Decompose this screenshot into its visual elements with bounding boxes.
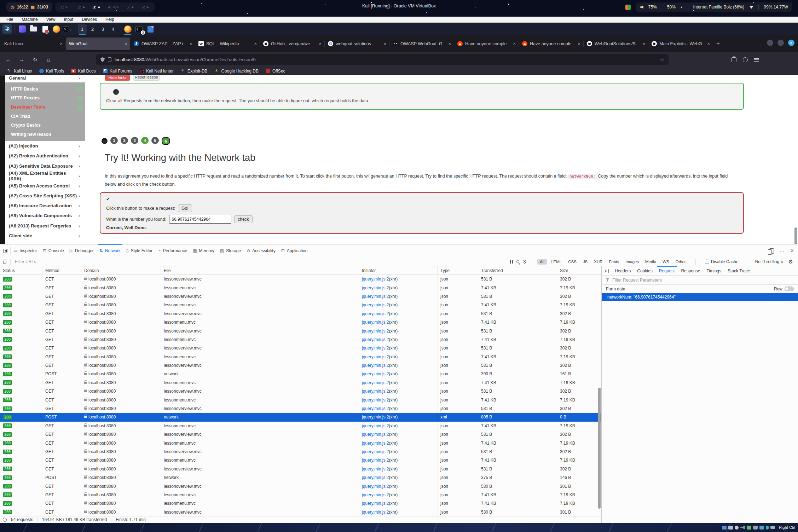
- menubar-item[interactable]: File: [6, 17, 13, 22]
- request-row[interactable]: 200 GET localhost:8080 lessonmenu.mvc jq…: [0, 283, 601, 292]
- column-header[interactable]: Type: [438, 266, 478, 274]
- request-row[interactable]: 200 GET localhost:8080 lessonoverview.mv…: [0, 344, 601, 352]
- bookmark-star-icon[interactable]: ☆: [660, 57, 664, 63]
- harddisk-icon[interactable]: [728, 526, 733, 530]
- request-row[interactable]: 200 GET localhost:8080 lessonoverview.mv…: [0, 275, 601, 283]
- devtools-tab[interactable]: Debugger: [67, 244, 97, 257]
- initiator-link[interactable]: jquery.min.js:2: [362, 277, 389, 282]
- type-filter-pill[interactable]: XHR: [591, 259, 605, 265]
- keyboard-icon[interactable]: [770, 526, 775, 529]
- initiator-link[interactable]: jquery.min.js:2: [362, 441, 389, 446]
- initiator-link[interactable]: jquery.min.js:2: [362, 467, 389, 472]
- browser-tab[interactable]: SQL – Wikipedia: [196, 37, 260, 50]
- sidebar-lesson-item[interactable]: Developer Tools ✓: [5, 103, 85, 112]
- app-launcher-purple[interactable]: [18, 24, 27, 34]
- tab-close-icon[interactable]: [125, 41, 127, 46]
- page-button[interactable]: 1: [110, 137, 118, 144]
- detail-tab[interactable]: Timings: [703, 266, 724, 276]
- menubar-item[interactable]: Help: [105, 17, 114, 22]
- column-header[interactable]: Initiator: [359, 266, 438, 274]
- request-row[interactable]: 200 GET localhost:8080 lessonmenu.mvc jq…: [0, 353, 601, 361]
- initiator-link[interactable]: jquery.min.js:2: [362, 285, 389, 290]
- maximize-button[interactable]: [777, 40, 784, 46]
- tab-close-icon[interactable]: [448, 41, 451, 46]
- initiator-link[interactable]: jquery.min.js:2: [362, 337, 389, 342]
- devtools-tab[interactable]: Inspector: [11, 244, 40, 257]
- display-icon[interactable]: [722, 526, 727, 530]
- reload-button[interactable]: ↻: [30, 54, 40, 65]
- browser-tab[interactable]: WebGoatSolutions/S: [584, 37, 648, 50]
- bookmark-item[interactable]: Exploit-DB: [181, 69, 208, 74]
- devtools-tab[interactable]: Console: [40, 244, 67, 257]
- answer-input[interactable]: [169, 215, 231, 224]
- browser-tab[interactable]: OWASP ZAP – ZAP i: [131, 37, 195, 50]
- back-button[interactable]: ←: [3, 54, 13, 65]
- search-icon[interactable]: [516, 260, 519, 263]
- devtools-tab[interactable]: Application: [278, 244, 311, 257]
- sidebar-item-general[interactable]: General ›: [5, 75, 85, 82]
- type-filter-pill[interactable]: JS: [580, 259, 590, 265]
- request-row[interactable]: 200 GET localhost:8080 lessonoverview.mv…: [0, 326, 601, 335]
- type-filter-pill[interactable]: HTML: [548, 259, 564, 265]
- new-tab-button[interactable]: +: [713, 39, 723, 49]
- initiator-link[interactable]: jquery.min.js:2: [362, 346, 389, 351]
- devtools-menu-icon[interactable]: ⋯: [780, 248, 785, 254]
- previous-page-icon[interactable]: ←: [102, 138, 108, 144]
- tab-close-icon[interactable]: [642, 41, 645, 46]
- text-editor-button[interactable]: [40, 24, 50, 34]
- devtools-tab[interactable]: Storage: [217, 244, 244, 257]
- request-row[interactable]: 200 GET localhost:8080 lessonoverview.mv…: [0, 387, 601, 395]
- menu-hamburger-icon[interactable]: [754, 58, 759, 62]
- browser-tab[interactable]: Main Exploits · WebG: [649, 37, 713, 50]
- request-row[interactable]: 200 GET localhost:8080 lessonoverview.mv…: [0, 404, 601, 413]
- minimize-button[interactable]: [767, 40, 773, 46]
- type-filter-pill[interactable]: All: [537, 259, 547, 265]
- devtools-tab[interactable]: Accessibility: [244, 244, 278, 257]
- firefox-running-window[interactable]: [123, 24, 132, 34]
- column-header[interactable]: Status: [0, 266, 42, 274]
- bookmark-item[interactable]: Kali NetHunter: [139, 69, 174, 74]
- browser-tab[interactable]: OWASP WebGoat: G: [390, 37, 454, 50]
- type-filter-pill[interactable]: CSS: [566, 259, 579, 265]
- type-filter-pill[interactable]: Fonts: [607, 259, 622, 265]
- sidebar-category[interactable]: (A1) Injection ›: [5, 141, 85, 151]
- pause-icon[interactable]: [510, 260, 513, 264]
- tab-close-icon[interactable]: [578, 41, 580, 46]
- detail-tab[interactable]: Request: [656, 266, 678, 276]
- initiator-link[interactable]: jquery.min.js:2: [362, 354, 389, 359]
- check-button[interactable]: check: [234, 215, 252, 223]
- sidebar-category[interactable]: (A3) Sensitive Data Exposure ›: [5, 161, 85, 171]
- sidebar-category[interactable]: Challenges ›: [5, 241, 85, 244]
- tab-close-icon[interactable]: [383, 41, 386, 46]
- request-row[interactable]: 200 GET localhost:8080 lessonmenu.mvc jq…: [0, 456, 601, 464]
- browser-tab[interactable]: Kali Linux: [1, 37, 65, 50]
- kali-menu-button[interactable]: [2, 24, 12, 34]
- sidebar-category[interactable]: (A2) Broken Authentication ›: [5, 151, 85, 161]
- extensions-icon[interactable]: [732, 57, 736, 62]
- bookmark-item[interactable]: Google Hacking DB: [215, 69, 259, 74]
- taskbar-workspace[interactable]: 3: [98, 24, 107, 34]
- sidebar-category[interactable]: Client side ›: [5, 231, 85, 241]
- panel-app-icon[interactable]: [625, 5, 631, 10]
- bookmark-item[interactable]: Kali Tools: [39, 69, 64, 74]
- account-icon[interactable]: [743, 57, 748, 62]
- request-row[interactable]: 200 GET localhost:8080 lessonmenu.mvc jq…: [0, 499, 601, 508]
- initiator-link[interactable]: jquery.min.js:2: [362, 510, 389, 515]
- detail-tab[interactable]: Headers: [612, 266, 634, 276]
- shared-folder-icon[interactable]: [759, 526, 764, 530]
- raw-toggle[interactable]: [785, 287, 794, 291]
- terminal-launcher[interactable]: $⌄: [63, 24, 72, 34]
- initiator-link[interactable]: jquery.min.js:2: [362, 406, 389, 411]
- bookmark-item[interactable]: Kali Forums: [103, 69, 132, 74]
- tab-close-icon[interactable]: [707, 41, 710, 46]
- type-filter-pill[interactable]: Media: [643, 259, 659, 265]
- browser-tab[interactable]: WebGoat: [66, 37, 130, 50]
- column-header[interactable]: Method: [42, 266, 81, 274]
- file-manager-button[interactable]: [29, 24, 38, 34]
- responsive-design-icon[interactable]: [769, 248, 774, 254]
- initiator-link[interactable]: jquery.min.js:2: [362, 302, 389, 307]
- taskbar-workspace[interactable]: 2: [88, 24, 97, 34]
- optical-disc-icon[interactable]: [735, 526, 739, 530]
- browser-tab[interactable]: Have anyone comple: [455, 37, 519, 50]
- detail-tab[interactable]: Cookies: [634, 266, 655, 276]
